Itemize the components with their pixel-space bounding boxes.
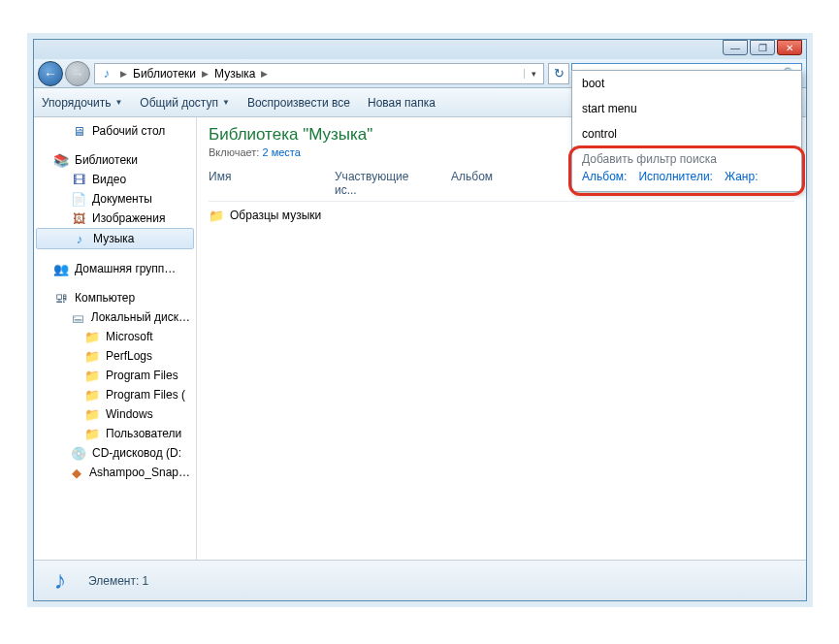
filter-artists-link[interactable]: Исполнители:: [638, 170, 713, 183]
homegroup-icon: 👥: [53, 261, 69, 276]
desktop-icon: 🖥: [71, 123, 86, 139]
minimize-button[interactable]: —: [723, 40, 748, 55]
breadcrumb-dropdown[interactable]: ▾: [524, 69, 539, 79]
image-icon: 🖼: [71, 210, 86, 226]
breadcrumb-music[interactable]: Музыка: [214, 67, 255, 80]
folder-icon: 📁: [84, 348, 100, 364]
chevron-down-icon: ▼: [114, 98, 122, 107]
sidebar-item-windows[interactable]: 📁Windows: [34, 404, 196, 424]
search-history-item[interactable]: boot: [572, 71, 801, 96]
chevron-down-icon: ▼: [222, 98, 230, 107]
sidebar-item-microsoft[interactable]: 📁Microsoft: [34, 327, 196, 346]
sidebar-item-images[interactable]: 🖼Изображения: [34, 209, 196, 228]
breadcrumb[interactable]: ♪ ▶ Библиотеки ▶ Музыка ▶ ▾: [94, 63, 544, 84]
share-menu[interactable]: Общий доступ▼: [140, 96, 230, 110]
sidebar-item-progfiles2[interactable]: 📁Program Files (: [34, 385, 196, 404]
sidebar-item-music[interactable]: ♪Музыка: [36, 228, 194, 249]
sidebar-item-libraries[interactable]: 📚Библиотеки: [34, 150, 196, 170]
document-icon: 📄: [71, 191, 86, 207]
music-icon: ♪: [44, 564, 77, 597]
sidebar-item-homegroup[interactable]: 👥Домашняя групп…: [34, 259, 196, 278]
new-folder-button[interactable]: Новая папка: [368, 96, 436, 110]
chevron-right-icon[interactable]: ▶: [116, 69, 131, 79]
refresh-button[interactable]: ↻: [548, 63, 569, 84]
filter-album-link[interactable]: Альбом:: [582, 170, 627, 183]
cd-icon: 💿: [71, 445, 86, 461]
chevron-right-icon[interactable]: ▶: [198, 69, 212, 79]
search-history-item[interactable]: start menu: [572, 96, 801, 121]
libraries-icon: 📚: [53, 152, 69, 168]
computer-icon: 🖳: [53, 290, 69, 306]
sidebar-item-cd[interactable]: 💿CD-дисковод (D:: [34, 443, 196, 463]
item-name: Образцы музыки: [230, 209, 321, 222]
folder-icon: 📁: [209, 208, 224, 223]
organize-menu[interactable]: Упорядочить▼: [42, 96, 122, 110]
sidebar-item-documents[interactable]: 📄Документы: [34, 189, 196, 209]
search-filter-section: Добавить фильтр поиска Альбом: Исполните…: [572, 147, 801, 191]
app-icon: ◆: [71, 465, 83, 480]
folder-icon: 📁: [84, 406, 100, 422]
disk-icon: 🖴: [71, 309, 85, 325]
sidebar-item-localdisk[interactable]: 🖴Локальный диск…: [34, 307, 196, 327]
sidebar-item-video[interactable]: 🎞Видео: [34, 170, 196, 189]
nav-back-button[interactable]: ←: [38, 61, 63, 86]
column-artists[interactable]: Участвующие ис...: [335, 170, 451, 197]
nav-forward-button[interactable]: →: [65, 61, 90, 86]
video-icon: 🎞: [71, 172, 86, 187]
sidebar-item-progfiles[interactable]: 📁Program Files: [34, 366, 196, 385]
search-suggestions-dropdown: boot start menu control Добавить фильтр …: [571, 70, 802, 192]
status-bar: ♪ Элемент: 1: [34, 560, 806, 600]
navigation-pane: 🖥Рабочий стол 📚Библиотеки 🎞Видео 📄Докуме…: [34, 117, 197, 560]
folder-icon: 📁: [84, 368, 100, 383]
sidebar-item-desktop[interactable]: 🖥Рабочий стол: [34, 121, 196, 141]
music-icon: ♪: [99, 66, 114, 81]
folder-icon: 📁: [84, 387, 100, 402]
folder-icon: 📁: [84, 426, 100, 441]
close-button[interactable]: ✕: [777, 40, 802, 55]
play-all-button[interactable]: Воспроизвести все: [247, 96, 350, 110]
column-name[interactable]: Имя: [209, 170, 335, 197]
includes-link[interactable]: 2 места: [262, 146, 300, 158]
column-album[interactable]: Альбом: [451, 170, 529, 197]
breadcrumb-libraries[interactable]: Библиотеки: [133, 67, 196, 80]
music-icon: ♪: [72, 231, 87, 246]
sidebar-item-computer[interactable]: 🖳Компьютер: [34, 288, 196, 307]
sidebar-item-ashampoo[interactable]: ◆Ashampoo_Snap…: [34, 463, 196, 482]
search-history-item[interactable]: control: [572, 121, 801, 146]
chevron-right-icon[interactable]: ▶: [257, 69, 272, 79]
filter-genre-link[interactable]: Жанр:: [725, 170, 758, 183]
filter-title: Добавить фильтр поиска: [582, 152, 791, 166]
maximize-button[interactable]: ❐: [750, 40, 775, 55]
list-item[interactable]: 📁 Образцы музыки: [209, 202, 794, 229]
sidebar-item-users[interactable]: 📁Пользователи: [34, 424, 196, 443]
status-text: Элемент: 1: [88, 574, 148, 588]
sidebar-item-perflogs[interactable]: 📁PerfLogs: [34, 346, 196, 366]
folder-icon: 📁: [84, 329, 100, 344]
titlebar[interactable]: — ❐ ✕: [34, 40, 806, 59]
